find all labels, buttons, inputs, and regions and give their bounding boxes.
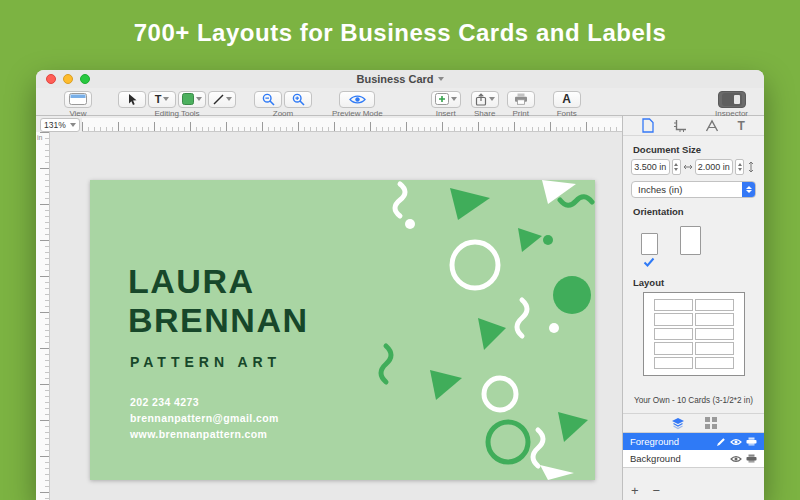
chevron-down-icon (70, 123, 76, 127)
add-layer-button[interactable]: + (631, 484, 639, 497)
toolbar-group-share: Share (471, 90, 499, 118)
eye-icon (349, 94, 366, 105)
traffic-lights (46, 74, 90, 84)
banner-title: 700+ Layouts for Business Cards and Labe… (134, 19, 667, 47)
window-title-group: Business Card (356, 73, 443, 85)
preview-mode-label: Preview Mode (332, 109, 383, 118)
minimize-window-button[interactable] (63, 74, 73, 84)
insert-button[interactable] (431, 91, 461, 108)
layer-row-foreground[interactable]: Foreground (623, 433, 764, 450)
orientation-portrait-icon[interactable] (641, 233, 658, 255)
eye-icon[interactable] (730, 455, 742, 463)
color-tool-button[interactable] (178, 91, 206, 108)
pencil-icon[interactable] (716, 437, 726, 447)
height-stepper[interactable] (735, 159, 744, 175)
horizontal-ruler (82, 118, 622, 132)
layout-label: Layout (633, 277, 764, 288)
text-tab-icon[interactable]: T (737, 119, 744, 133)
layout-cell (695, 299, 734, 311)
width-stepper[interactable] (672, 159, 681, 175)
fonts-button[interactable]: A (553, 91, 581, 108)
toolbar-group-print: Print (507, 90, 535, 118)
text-tool-icon: T (155, 93, 162, 105)
orientation-selected-check (643, 257, 764, 269)
eye-icon[interactable] (730, 438, 742, 446)
layout-cell (654, 357, 693, 369)
titlebar: Business Card (36, 70, 764, 88)
popup-arrows-icon (742, 181, 755, 198)
insert-icon (435, 93, 449, 105)
editing-tools-label: Editing Tools (154, 109, 199, 118)
document-tab-icon[interactable] (642, 118, 654, 133)
orientation-label: Orientation (633, 206, 764, 217)
orientation-options (641, 221, 764, 255)
document-canvas[interactable]: LAURA BRENNAN PATTERN ART 202 234 4273 b… (50, 132, 622, 500)
printer-icon[interactable] (746, 437, 757, 446)
chevron-down-icon (451, 97, 457, 101)
guides-tab-icon[interactable] (705, 119, 719, 132)
orientation-landscape-icon[interactable] (680, 226, 701, 255)
layer-label: Background (630, 453, 681, 464)
zoom-window-button[interactable] (80, 74, 90, 84)
inspector-tabs: T (623, 116, 764, 136)
toolbar-group-inspector: Inspector (715, 90, 748, 118)
app-window: Business Card View (36, 70, 764, 500)
remove-layer-button[interactable]: − (653, 484, 661, 497)
card-name-text[interactable]: LAURA BRENNAN (128, 262, 309, 340)
business-card-artwork[interactable]: LAURA BRENNAN PATTERN ART 202 234 4273 b… (90, 180, 595, 480)
inspector-button[interactable] (718, 91, 746, 108)
card-name-line2: BRENNAN (128, 301, 309, 340)
print-button[interactable] (507, 91, 535, 108)
card-phone: 202 234 4273 (130, 394, 279, 410)
printer-icon (514, 93, 528, 105)
banner: 700+ Layouts for Business Cards and Labe… (0, 0, 800, 66)
height-field[interactable]: 2.000 in (695, 159, 734, 175)
zoom-in-button[interactable] (284, 91, 312, 108)
view-button[interactable] (64, 91, 92, 108)
toolbar-group-zoom: Zoom (254, 90, 312, 118)
units-select[interactable]: Inches (in) (631, 181, 756, 198)
width-dimension-icon (683, 161, 693, 173)
preview-mode-button[interactable] (339, 91, 375, 108)
layers-mode-tabs (623, 414, 764, 432)
layer-label: Foreground (630, 436, 679, 447)
card-tagline-text[interactable]: PATTERN ART (130, 354, 281, 370)
toolbar-group-preview: Preview Mode (332, 90, 383, 118)
layout-cell (695, 357, 734, 369)
layer-row-background[interactable]: Background (623, 450, 764, 467)
select-tool-button[interactable] (118, 91, 146, 108)
layers-actions: + − (631, 484, 660, 497)
fonts-icon: A (562, 92, 571, 106)
layout-cell (695, 328, 734, 340)
layout-cell (654, 342, 693, 354)
layout-cell (654, 328, 693, 340)
margins-tab-icon[interactable] (673, 119, 687, 133)
zoom-out-button[interactable] (254, 91, 282, 108)
height-dimension-icon (746, 161, 756, 173)
zoom-label: Zoom (273, 109, 293, 118)
line-tool-icon (213, 94, 224, 105)
text-tool-button[interactable]: T (148, 91, 176, 108)
card-email: brennanpattern@gmail.com (130, 410, 279, 426)
vertical-ruler: in (36, 132, 50, 500)
share-button[interactable] (471, 91, 499, 108)
line-tool-button[interactable] (208, 91, 236, 108)
cursor-icon (127, 93, 138, 106)
printer-icon[interactable] (746, 454, 757, 463)
width-field[interactable]: 3.500 in (631, 159, 670, 175)
layout-cell (654, 299, 693, 311)
toolbar-group-editing: T Editing Tools (118, 90, 236, 118)
layout-cell (654, 313, 693, 325)
share-icon (475, 93, 487, 106)
zoom-in-icon (292, 93, 305, 106)
card-contact-text[interactable]: 202 234 4273 brennanpattern@gmail.com ww… (130, 394, 279, 442)
print-label: Print (512, 109, 528, 118)
chevron-down-icon[interactable] (438, 77, 444, 81)
toolbar-group-fonts: A Fonts (553, 90, 581, 118)
close-window-button[interactable] (46, 74, 56, 84)
grid-tab-icon[interactable] (705, 417, 717, 429)
zoom-level-select[interactable]: 131% (40, 118, 80, 132)
zoom-out-icon (262, 93, 275, 106)
layers-list: Foreground Background (623, 432, 764, 468)
layers-tab-icon[interactable] (671, 417, 685, 430)
